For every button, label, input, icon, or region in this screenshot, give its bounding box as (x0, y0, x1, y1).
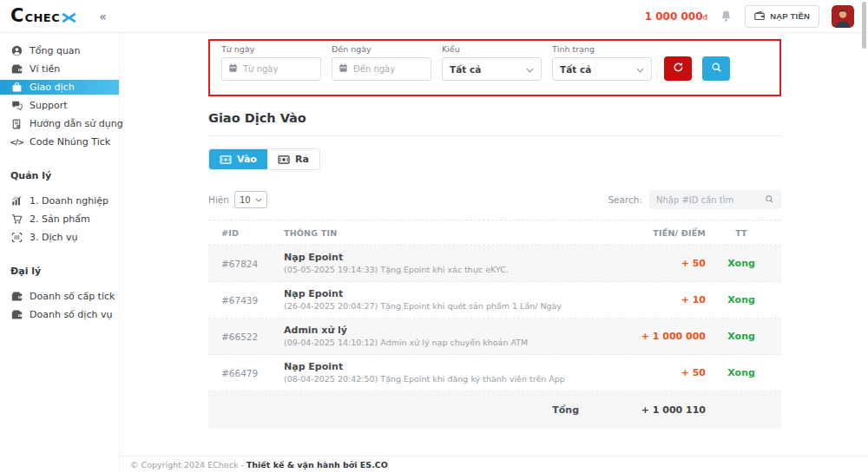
document-info-icon: i (10, 119, 23, 129)
table-row[interactable]: #67439 Nạp Epoint (26-04-2025 20:04:27) … (208, 282, 781, 319)
sidebar-section-dai-ly: Đại lý (0, 266, 119, 277)
table-search-input[interactable] (656, 195, 760, 205)
sidebar-item-label: Tổng quan (30, 45, 81, 56)
barcode-scan-icon (10, 232, 23, 243)
row-title: Admin xử lý (284, 325, 595, 338)
chevron-down-icon (526, 64, 534, 75)
search-icon (711, 62, 722, 76)
wallet-icon (10, 291, 23, 302)
col-header-status: TT (714, 228, 768, 238)
table-row[interactable]: #66479 Nạp Epoint (08-04-2025 20:42:50) … (208, 355, 781, 391)
user-circle-icon (10, 45, 23, 56)
logo-scan-x-icon (62, 12, 76, 23)
footer-copyright: © Copyright 2024 ECheck - (130, 460, 244, 470)
topup-label: NẠP TIỀN (770, 11, 810, 21)
row-status: Xong (714, 258, 768, 269)
chat-bubbles-icon (10, 100, 23, 111)
app-logo[interactable]: CCHEC (10, 7, 76, 25)
user-avatar[interactable] (832, 5, 854, 28)
sidebar-item-dich-vu[interactable]: 3. Dịch vụ (0, 228, 119, 246)
from-date-field[interactable] (243, 64, 314, 74)
row-title: Nạp Epoint (284, 252, 595, 265)
row-amount: + 50 (603, 367, 706, 378)
code-icon: </> (10, 138, 23, 147)
row-id: #66522 (221, 332, 275, 342)
page-size-value: 10 (240, 195, 251, 205)
row-id: #66479 (221, 368, 275, 378)
filter-search-button[interactable] (702, 56, 730, 81)
sidebar-item-doanh-so-dich-vu[interactable]: Doanh số dịch vụ (0, 305, 119, 324)
sidebar-item-label: 3. Dịch vụ (30, 232, 78, 243)
filter-bar: Từ ngày Đến ngày Kiểu Tất cả (208, 39, 781, 96)
table-row[interactable]: #67824 Nạp Epoint (05-05-2025 19:14:33) … (208, 246, 781, 282)
tab-label: Ra (295, 154, 309, 165)
notifications-bell-icon[interactable] (720, 10, 733, 23)
tab-ra[interactable]: Ra (267, 149, 319, 169)
table-search-label: Search: (608, 194, 642, 205)
show-label: Hiện (208, 194, 229, 205)
row-id: #67439 (221, 295, 275, 305)
sidebar-section-quan-ly: Quản lý (0, 170, 119, 181)
status-select[interactable]: Tất cả (552, 57, 652, 81)
table-search-box[interactable] (649, 190, 781, 209)
sidebar-item-giao-dich[interactable]: Giao dịch (0, 80, 119, 95)
row-detail: (08-04-2025 20:42:50) Tặng Epoint khi đă… (284, 374, 595, 385)
calendar-icon (339, 63, 348, 76)
vertical-scrollbar[interactable] (862, 2, 866, 49)
sidebar-item-label: Ví tiền (30, 63, 60, 75)
briefcase-icon (10, 82, 23, 93)
sidebar-item-label: Code Nhúng Tick (30, 136, 110, 148)
sidebar-item-tong-quan[interactable]: Tổng quan (0, 42, 119, 60)
sidebar-item-san-pham[interactable]: 2. Sản phẩm (0, 210, 119, 228)
search-icon (765, 194, 774, 206)
cart-icon (10, 214, 23, 225)
sidebar-item-doanh-so-cap-tick[interactable]: Doanh số cấp tick (0, 287, 119, 305)
currency-symbol: đ (703, 13, 708, 22)
table-body: #67824 Nạp Epoint (05-05-2025 19:14:33) … (208, 246, 781, 391)
wallet-balance: 1 000 000đ (645, 10, 708, 23)
sidebar: Tổng quan Ví tiền Giao dịch Support i Hư… (0, 33, 120, 473)
wallet-icon (10, 63, 23, 75)
row-amount: + 10 (603, 294, 706, 305)
sidebar-item-support[interactable]: Support (0, 96, 119, 115)
bar-chart-icon (10, 195, 23, 207)
topbar: CCHEC « 1 000 000đ NẠP TIỀN (0, 0, 868, 33)
row-id: #67824 (221, 259, 275, 269)
col-header-amount: TIỀN/ ĐIỂM (603, 228, 706, 238)
footer-credit: Thiết kế & vận hành bởi ES.CO (247, 460, 388, 470)
from-date-label: Từ ngày (221, 44, 321, 54)
sidebar-item-code-nhung[interactable]: </> Code Nhúng Tick (0, 133, 119, 151)
to-date-input[interactable] (332, 57, 431, 81)
chevron-down-icon (636, 64, 644, 75)
footer: © Copyright 2024 ECheck - Thiết kế & vận… (120, 456, 868, 473)
from-date-input[interactable] (221, 57, 321, 81)
row-amount: + 1 000 000 (603, 331, 706, 342)
col-header-id: #ID (221, 228, 275, 238)
type-label: Kiểu (442, 44, 542, 54)
direction-tabs: Vào Ra (208, 148, 320, 170)
tab-vao[interactable]: Vào (209, 149, 267, 169)
title-divider (208, 135, 781, 136)
topup-button[interactable]: NẠP TIỀN (745, 5, 819, 28)
table-row[interactable]: #66522 Admin xử lý (09-04-2025 14:10:12)… (208, 319, 781, 355)
row-detail: (26-04-2025 20:04:27) Tặng Epoint khi qu… (284, 301, 595, 312)
type-select[interactable]: Tất cả (442, 57, 542, 81)
row-status: Xong (714, 331, 768, 342)
row-title: Nạp Epoint (284, 288, 595, 301)
col-header-info: THÔNG TIN (284, 228, 595, 238)
sidebar-item-label: Support (30, 100, 67, 111)
sidebar-item-doanh-nghiep[interactable]: 1. Doanh nghiệp (0, 192, 119, 210)
to-date-field[interactable] (353, 64, 424, 74)
logo-c-glyph: C (10, 7, 23, 25)
sidebar-collapse-icon[interactable]: « (99, 10, 107, 23)
row-amount: + 50 (603, 258, 706, 269)
refresh-button[interactable] (664, 56, 692, 81)
to-date-label: Đến ngày (332, 44, 431, 54)
sidebar-item-label: Doanh số cấp tick (30, 291, 115, 302)
sidebar-item-huong-dan[interactable]: i Hướng dẫn sử dụng (0, 115, 119, 133)
sidebar-item-vi-tien[interactable]: Ví tiền (0, 60, 119, 78)
calendar-icon (228, 63, 238, 76)
page-size-select[interactable]: 10 (234, 191, 267, 208)
transactions-table: #ID THÔNG TIN TIỀN/ ĐIỂM TT #67824 Nạp E… (208, 220, 781, 428)
status-label: Tình trạng (552, 44, 652, 54)
